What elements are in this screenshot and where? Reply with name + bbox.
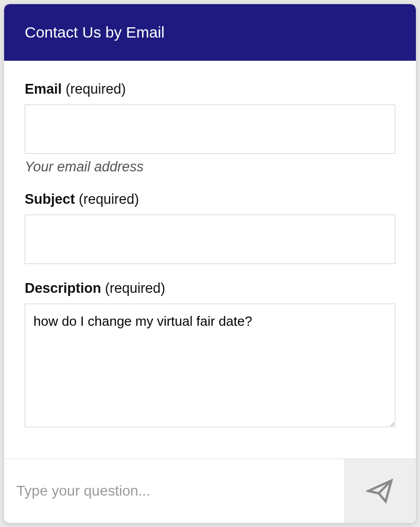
description-field-group: Description (required)	[25, 280, 395, 429]
email-field-group: Email (required) Your email address	[25, 81, 395, 175]
email-input[interactable]	[25, 104, 395, 154]
email-required: (required)	[66, 81, 126, 97]
header-title: Contact Us by Email	[25, 24, 165, 41]
description-required: (required)	[105, 280, 165, 296]
email-hint: Your email address	[25, 159, 395, 175]
send-button[interactable]	[344, 459, 416, 523]
email-label-row: Email (required)	[25, 81, 395, 97]
subject-label-row: Subject (required)	[25, 191, 395, 207]
form-area: Email (required) Your email address Subj…	[4, 61, 416, 459]
subject-required: (required)	[79, 191, 139, 207]
description-textarea[interactable]	[25, 304, 395, 427]
subject-input[interactable]	[25, 215, 395, 264]
subject-field-group: Subject (required)	[25, 191, 395, 264]
description-label-row: Description (required)	[25, 280, 395, 296]
widget-footer	[4, 459, 416, 523]
contact-widget: Contact Us by Email Email (required) You…	[4, 4, 416, 523]
question-input[interactable]	[4, 459, 344, 523]
paper-plane-icon	[366, 477, 394, 505]
description-label: Description	[25, 280, 101, 296]
widget-header: Contact Us by Email	[4, 4, 416, 61]
email-label: Email	[25, 81, 62, 97]
subject-label: Subject	[25, 191, 75, 207]
